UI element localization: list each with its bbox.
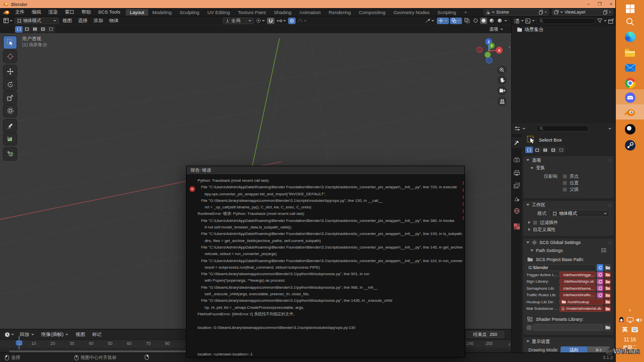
drawing-mode-normal[interactable]: 法向 (561, 346, 587, 352)
viewport-menu-item[interactable]: 物体 (106, 18, 122, 24)
menu-item[interactable]: 渲染 (45, 9, 61, 16)
workspace-tab[interactable]: Geometry Nodes (390, 9, 434, 16)
tool-annotate[interactable] (4, 119, 17, 132)
frame-tick[interactable]: 60 (127, 341, 131, 346)
reload-library-button[interactable] (597, 272, 603, 278)
mode-dropdown[interactable]: 物体模式 (15, 18, 59, 24)
shading-rendered-button[interactable] (496, 18, 503, 24)
markers-menu[interactable]: 标记 (89, 331, 105, 338)
taskbar-search-button[interactable] (616, 15, 644, 28)
maximize-button[interactable]: ❐ (598, 2, 602, 7)
falloff-button[interactable] (296, 18, 308, 24)
menu-item[interactable]: 编辑 (28, 9, 45, 16)
volume-icon[interactable] (636, 317, 642, 323)
viewlayer-selector[interactable]: ViewLayer × (552, 9, 613, 16)
properties-editor-icon[interactable] (514, 126, 520, 131)
tab-output[interactable] (512, 167, 522, 178)
checkbox[interactable] (563, 181, 567, 185)
tool-select-box[interactable] (4, 36, 17, 49)
editor-type-button[interactable] (2, 18, 14, 24)
clock-time[interactable]: 11:16 (616, 337, 644, 342)
gizmo-minus-z[interactable] (486, 57, 492, 63)
gizmo-minus-x[interactable] (477, 47, 483, 53)
workspace-tab[interactable]: Shading (270, 9, 296, 16)
browse-folder-button[interactable] (604, 324, 611, 331)
browse-folder-button[interactable] (604, 306, 611, 312)
start-button[interactable] (616, 2, 644, 15)
workspace-tab[interactable]: Compositing (355, 9, 390, 16)
tab-viewlayer[interactable] (512, 180, 522, 191)
sidebar-toggle-chevron[interactable]: ‹ (508, 44, 510, 49)
path-row-field[interactable]: //def/world/sema... (560, 285, 596, 291)
outliner-editor-icon[interactable] (514, 19, 519, 24)
workspace-tab[interactable]: Modeling (148, 9, 176, 16)
menu-item[interactable]: 帮助 (78, 9, 95, 16)
taskbar-explorer-button[interactable] (616, 46, 644, 59)
path-row-field[interactable]: //def/world/traffic... (560, 292, 596, 298)
transform-orientation-dropdown[interactable]: 全局 (223, 18, 254, 24)
unlink-scene-icon[interactable]: × (544, 10, 547, 15)
select-mode-intersect[interactable] (47, 26, 55, 33)
end-frame-field[interactable]: 结束点 250 (466, 331, 504, 338)
outliner-scene-collection-row[interactable]: 场景集合 (512, 26, 616, 34)
timeline-editor-button[interactable] (3, 331, 16, 338)
shading-solid-button[interactable] (480, 18, 487, 24)
workspace-tab[interactable]: + (460, 9, 471, 16)
show-gizmo-button[interactable] (437, 18, 449, 24)
active-tool-row[interactable]: Select Box (527, 136, 562, 144)
select-mode-intersect[interactable] (558, 147, 565, 153)
taskbar-mail-button[interactable] (616, 61, 644, 74)
panel-grip-icon[interactable]: :::: (608, 158, 611, 163)
select-mode-set[interactable] (15, 26, 23, 33)
filter-addons-checkbox[interactable] (533, 220, 537, 225)
proportional-editing-button[interactable] (288, 18, 296, 24)
workspace-tab[interactable]: UV Editing (203, 9, 234, 16)
reload-library-button[interactable] (597, 264, 603, 271)
pivot-point-button[interactable] (254, 18, 266, 24)
workspace-tab[interactable]: Scripting (433, 9, 460, 16)
base-path-field[interactable]: G:\blender (526, 264, 596, 271)
keyboard-icon[interactable] (631, 327, 638, 332)
taskbar-steam-button[interactable] (616, 139, 644, 152)
taskbar-discord-button[interactable] (616, 91, 644, 103)
path-row-field[interactable]: //material/material.db (560, 306, 603, 312)
tool-scale[interactable] (4, 91, 17, 104)
properties-search-input[interactable] (536, 126, 589, 132)
path-row-field[interactable]: //unit/hookup (560, 299, 603, 305)
tool-rotate[interactable] (4, 78, 17, 91)
taskbar-game-button[interactable] (616, 123, 644, 136)
ortho-toggle-button[interactable] (497, 96, 507, 106)
error-report-dialog[interactable]: 报告: 错误 ✕ Python: Traceback (most recent … (186, 166, 465, 357)
workspace-tab[interactable]: Layout (126, 9, 148, 16)
keying-menu[interactable]: 抠像(插帧) (38, 331, 71, 338)
chevron-down-icon[interactable] (532, 20, 535, 22)
workspace-tab[interactable]: Rendering (325, 9, 355, 16)
checkbox[interactable] (563, 174, 567, 179)
panel-grip-icon[interactable]: :::: (608, 203, 611, 207)
reload-library-button[interactable] (597, 285, 603, 291)
menu-item[interactable]: SCS Tools (95, 9, 124, 16)
workspace-tab[interactable]: Sculpting (175, 9, 203, 16)
frame-tick[interactable]: 70 (146, 341, 150, 346)
playback-menu[interactable]: 回放 (17, 331, 37, 338)
shader-presets-checkbox[interactable] (526, 325, 532, 330)
transform-subpanel-header[interactable]: 变换 (523, 164, 614, 172)
display-mode-icon[interactable] (525, 19, 530, 24)
tab-tool[interactable] (512, 137, 522, 148)
gizmo-minus-y[interactable] (485, 52, 491, 58)
tool-move[interactable] (4, 65, 17, 78)
menu-item[interactable]: 文件 (12, 9, 28, 16)
browse-folder-button[interactable] (604, 292, 611, 298)
browse-folder-button[interactable] (604, 279, 611, 285)
chevron-down-icon[interactable] (521, 20, 524, 22)
minimize-button[interactable]: – (587, 2, 590, 7)
navigation-gizmo[interactable]: Z Y X (475, 36, 504, 65)
tab-scene[interactable] (512, 193, 522, 204)
select-mode-set[interactable] (525, 147, 533, 153)
menu-item[interactable]: 窗口 (61, 9, 78, 16)
select-mode-invert[interactable] (549, 147, 557, 153)
qq-icon[interactable] (618, 317, 624, 323)
browse-folder-button[interactable] (604, 264, 611, 271)
tool-transform[interactable] (4, 104, 17, 117)
reload-library-button[interactable] (597, 279, 603, 285)
